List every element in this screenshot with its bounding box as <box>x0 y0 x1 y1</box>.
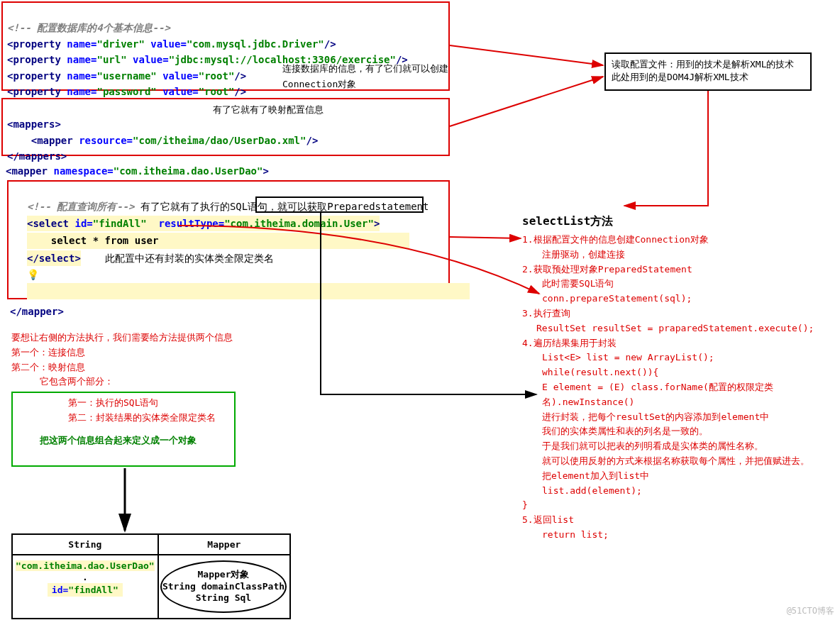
step-5a: return list; <box>522 528 840 543</box>
xml-parse-l1: 读取配置文件：用到的技术是解析XML的技术 <box>612 58 805 71</box>
step-1a: 注册驱动，创建连接 <box>522 248 840 262</box>
watermark: @51CTO博客 <box>787 605 834 617</box>
step-4b: while(result.next()){ <box>522 365 840 380</box>
step-4i: list.add(element); <box>522 484 840 499</box>
step-4c: E element = (E) class.forName(配置的权限定类名).… <box>522 380 840 410</box>
leftnote-4: 它包含两个部分： <box>11 375 233 389</box>
leftnote-7: 把这两个信息组合起来定义成一个对象 <box>18 426 228 447</box>
step-1: 1.根据配置文件的信息创建Connection对象 <box>522 233 840 248</box>
step-2b: conn.prepareStatement(sql); <box>522 292 840 306</box>
tbl-h2: Mapper <box>158 534 290 555</box>
ellipse-l2: String domainClassPath <box>162 581 284 593</box>
step-2: 2.获取预处理对象PreparedStatement <box>522 262 840 277</box>
mappers-note: 有了它就有了映射配置信息 <box>213 104 324 116</box>
step-2a: 此时需要SQL语句 <box>522 277 840 292</box>
resulttype-box <box>255 196 424 213</box>
svg-line-0 <box>450 45 603 65</box>
step-4h: 把element加入到list中 <box>522 469 840 484</box>
step-3: 3.执行查询 <box>522 306 840 321</box>
xml-parse-l2: 此处用到的是DOM4J解析XML技术 <box>612 71 805 84</box>
step-4f: 于是我们就可以把表的列明看成是实体类的属性名称。 <box>522 439 840 454</box>
bulb-icon: 💡 <box>27 269 39 280</box>
step-4a: List<E> list = new ArrayList(); <box>522 350 840 365</box>
step-4j: } <box>522 498 840 513</box>
leftnote-5: 第一：执行的SQL语句 <box>18 396 228 411</box>
step-4g: 就可以使用反射的方式来根据名称获取每个属性，并把值赋进去。 <box>522 454 840 469</box>
mapper-ns-line: <mapper namespace="com.itheima.dao.UserD… <box>1 162 273 180</box>
step-4: 4.遍历结果集用于封装 <box>522 336 840 351</box>
mapper-ellipse: Mapper对象 String domainClassPath String S… <box>160 560 287 613</box>
svg-line-1 <box>450 77 603 126</box>
leftnote-1: 要想让右侧的方法执行，我们需要给方法提供两个信息 <box>11 331 233 345</box>
step-4e: 我们的实体类属性和表的列名是一致的。 <box>522 424 840 439</box>
tbl-h1: String <box>12 534 158 555</box>
selectlist-title: selectList方法 <box>522 214 613 229</box>
leftnote-2: 第一个：连接信息 <box>11 345 233 360</box>
svg-line-2 <box>450 237 521 238</box>
step-5: 5.返回list <box>522 513 840 528</box>
step-4d: 进行封装，把每个resultSet的内容添加到element中 <box>522 410 840 425</box>
combine-box: 第一：执行的SQL语句 第二：封装结果的实体类全限定类名 把这两个信息组合起来定… <box>11 392 236 467</box>
ellipse-l3: String Sql <box>196 592 251 604</box>
xml-parse-box: 读取配置文件：用到的技术是解析XML的技术 此处用到的是DOM4J解析XML技术 <box>604 52 812 91</box>
db-config-code: <!-- 配置数据库的4个基本信息--> <property name="dri… <box>3 3 448 101</box>
selectlist-steps: 1.根据配置文件的信息创建Connection对象 注册驱动，创建连接 2.获取… <box>522 233 840 543</box>
db-config-box: <!-- 配置数据库的4个基本信息--> <property name="dri… <box>1 1 450 91</box>
left-notes: 要想让右侧的方法执行，我们需要给方法提供两个信息 第一个：连接信息 第二个：映射… <box>11 331 233 389</box>
db-config-note2: Connection对象 <box>282 78 356 91</box>
db-config-note1: 连接数据库的信息，有了它们就可以创建 <box>282 62 448 75</box>
ellipse-l1: Mapper对象 <box>198 569 250 581</box>
tbl-cell-left: "com.itheima.dao.UserDao" . id="findAll" <box>12 555 158 619</box>
leftnote-6: 第二：封装结果的实体类全限定类名 <box>18 411 228 426</box>
step-3a: ResultSet resultSet = praparedStatement.… <box>522 321 840 336</box>
close-mapper: </mapper> <box>6 302 68 321</box>
leftnotes-3: 第二个：映射信息 <box>11 360 233 375</box>
